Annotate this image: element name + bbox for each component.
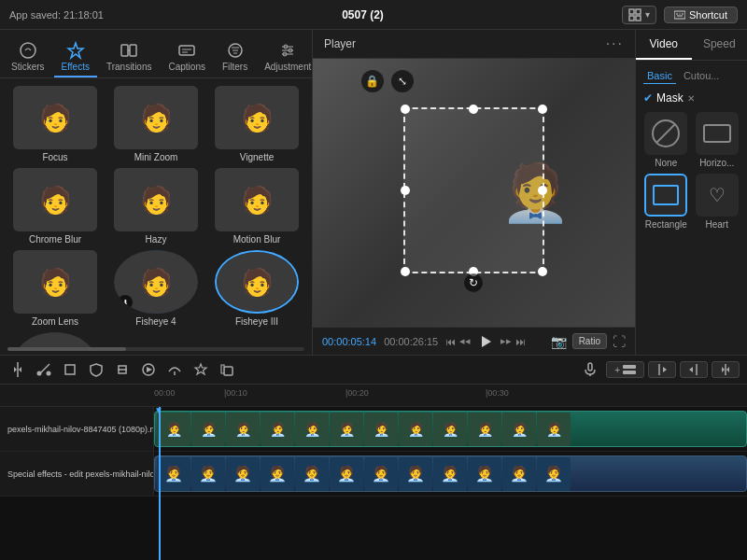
tab-adjustment[interactable]: Adjustment bbox=[257, 37, 318, 77]
time-total: 00:00:26:15 bbox=[384, 336, 438, 347]
mask-title: Mask bbox=[656, 91, 684, 105]
fullscreen-icon[interactable]: ⛶ bbox=[613, 334, 626, 349]
sub-tab-basic[interactable]: Basic bbox=[643, 68, 676, 84]
scroll-bar[interactable] bbox=[7, 347, 304, 351]
ruler-mark-20: |00:20 bbox=[345, 388, 369, 398]
mask-checkbox[interactable]: ✔ bbox=[643, 91, 653, 105]
effect-vignette-label: Vignette bbox=[240, 152, 275, 162]
tl-split-both-btn[interactable] bbox=[712, 361, 740, 378]
effect-hazy[interactable]: 🧑 Hazy bbox=[108, 168, 204, 245]
clip-special[interactable]: 🧑‍💼 🧑‍💼 🧑‍💼 🧑‍💼 🧑‍💼 🧑‍💼 🧑‍💼 🧑‍💼 🧑‍💼 🧑‍💼 bbox=[154, 455, 747, 492]
effects-grid: 🧑 Focus 🧑 Mini Zoom 🧑 Vignette 🧑 bbox=[0, 78, 312, 347]
frame-3: 🧑‍💼 bbox=[226, 413, 260, 446]
tl-add-track-btn[interactable]: + bbox=[606, 361, 644, 378]
skip-next-icon[interactable]: ⏭ bbox=[515, 336, 526, 347]
tl-cut-btn[interactable] bbox=[34, 359, 54, 380]
skip-prev-icon[interactable]: ⏮ bbox=[445, 336, 456, 347]
effect-fisheye4[interactable]: 🧑 ⬇ Fisheye 4 bbox=[108, 250, 204, 327]
tl-tracks: pexels-mikhail-nilov-8847405 (1080p).mp4… bbox=[0, 407, 747, 560]
svg-marker-51 bbox=[722, 367, 725, 372]
mask-heart[interactable]: ♡ Heart bbox=[695, 174, 740, 230]
frame-fwd-icon[interactable]: ▸▸ bbox=[500, 335, 512, 347]
player-header: Player ··· bbox=[313, 30, 635, 59]
cut-icon bbox=[36, 362, 51, 377]
svg-rect-42 bbox=[588, 363, 592, 371]
mask-close[interactable]: ✕ bbox=[687, 93, 695, 104]
player-overlay-icons: 🔒 ⤡ bbox=[361, 70, 414, 92]
svg-marker-10 bbox=[68, 43, 83, 58]
save-status: App saved: 21:18:01 bbox=[9, 9, 104, 21]
clip-main[interactable]: 🧑‍💼 🧑‍💼 🧑‍💼 🧑‍💼 🧑‍💼 🧑‍💼 🧑‍💼 🧑‍💼 🧑‍💼 🧑‍💼 bbox=[154, 411, 747, 447]
effect-focus[interactable]: 🧑 Focus bbox=[7, 86, 103, 162]
tab-captions[interactable]: Captions bbox=[162, 37, 213, 77]
copy-icon bbox=[219, 362, 234, 377]
tl-speed2-btn[interactable] bbox=[164, 359, 185, 380]
player-menu-btn[interactable]: ··· bbox=[606, 35, 624, 52]
tab-stickers[interactable]: Stickers bbox=[4, 37, 52, 77]
screenshot-icon[interactable]: 📷 bbox=[551, 334, 567, 349]
effect-fisheyeIII[interactable]: 🧑 Fisheye III bbox=[209, 250, 304, 327]
frame-12: 🧑‍💼 bbox=[537, 413, 571, 446]
shield-icon bbox=[89, 362, 104, 377]
mask-horizontal[interactable]: Horizo... bbox=[695, 112, 740, 168]
handle-bl[interactable] bbox=[401, 267, 410, 276]
tab-transitions[interactable]: Transitions bbox=[99, 37, 160, 77]
transitions-icon bbox=[120, 41, 138, 60]
mask-rectangle[interactable]: Rectangle bbox=[643, 174, 689, 230]
effect-zoomlens[interactable]: 🧑 Zoom Lens bbox=[7, 250, 103, 327]
tl-copy-btn[interactable] bbox=[217, 359, 237, 380]
sub-tab-cutout[interactable]: Cutou... bbox=[680, 68, 724, 84]
frame-back-icon[interactable]: ◂◂ bbox=[459, 335, 471, 347]
tab-effects[interactable]: Effects bbox=[54, 37, 97, 77]
sframe-10: 🧑‍💼 bbox=[468, 457, 501, 491]
mask-none[interactable]: None bbox=[643, 112, 689, 168]
handle-tl[interactable] bbox=[401, 105, 410, 114]
frame-1: 🧑‍💼 bbox=[157, 413, 190, 446]
project-title: 0507 (2) bbox=[342, 8, 384, 21]
effect-fisheye[interactable]: 🧑 Fisheye bbox=[7, 332, 103, 347]
tl-trim-left-btn[interactable] bbox=[648, 361, 676, 378]
tab-speed[interactable]: Speed bbox=[692, 30, 748, 60]
tl-playhead-btn[interactable] bbox=[138, 359, 159, 380]
effect-minizoom[interactable]: 🧑 Mini Zoom bbox=[108, 86, 204, 162]
handle-tm[interactable] bbox=[469, 105, 478, 114]
svg-marker-52 bbox=[726, 367, 729, 372]
top-bar-right: ▾ Shortcut bbox=[622, 6, 738, 24]
tl-trim-right-btn[interactable] bbox=[680, 361, 708, 378]
ruler-mark-10: |00:10 bbox=[224, 388, 247, 398]
play-button[interactable] bbox=[478, 334, 493, 349]
lock-icon[interactable]: 🔒 bbox=[361, 70, 384, 92]
shortcut-button[interactable]: Shortcut bbox=[664, 7, 738, 23]
tl-split-btn[interactable] bbox=[7, 359, 28, 380]
effects-tabs: Stickers Effects Transitions Captions Fi… bbox=[0, 30, 312, 78]
mask-rect[interactable]: ↻ bbox=[403, 107, 545, 273]
tab-filters[interactable]: Filters bbox=[215, 37, 255, 77]
tl-layers-btn[interactable] bbox=[112, 359, 133, 380]
handle-ml[interactable] bbox=[401, 186, 410, 195]
handle-br[interactable] bbox=[538, 267, 547, 276]
rotate-handle[interactable]: ↻ bbox=[464, 273, 483, 292]
adjustment-icon bbox=[278, 41, 297, 60]
effect-chromeblur[interactable]: 🧑 Chrome Blur bbox=[7, 168, 103, 245]
effect-motionblur[interactable]: 🧑 Motion Blur bbox=[209, 168, 304, 245]
tl-right-btns: + bbox=[606, 361, 740, 378]
frame-6: 🧑‍💼 bbox=[330, 413, 363, 446]
effect-zoomlens-thumb: 🧑 bbox=[13, 250, 97, 314]
tl-star-btn[interactable] bbox=[190, 359, 211, 380]
effect-vignette[interactable]: 🧑 Vignette bbox=[209, 86, 304, 162]
sframe-3: 🧑‍💼 bbox=[226, 457, 260, 491]
ratio-button[interactable]: Ratio bbox=[572, 333, 607, 349]
svg-rect-14 bbox=[179, 46, 194, 55]
tl-mic-btn[interactable] bbox=[580, 359, 600, 380]
effect-vignette-thumb: 🧑 bbox=[215, 86, 299, 149]
svg-marker-40 bbox=[195, 364, 206, 374]
handle-mr[interactable] bbox=[538, 186, 547, 195]
playhead bbox=[159, 407, 161, 560]
tl-crop-btn[interactable] bbox=[60, 359, 80, 380]
time-current: 00:00:05:14 bbox=[322, 336, 376, 347]
tl-shield-btn[interactable] bbox=[86, 359, 106, 380]
expand-btn[interactable]: ▾ bbox=[622, 6, 656, 24]
svg-point-32 bbox=[37, 371, 42, 376]
arrows-icon[interactable]: ⤡ bbox=[391, 70, 414, 92]
tab-video[interactable]: Video bbox=[636, 30, 692, 60]
